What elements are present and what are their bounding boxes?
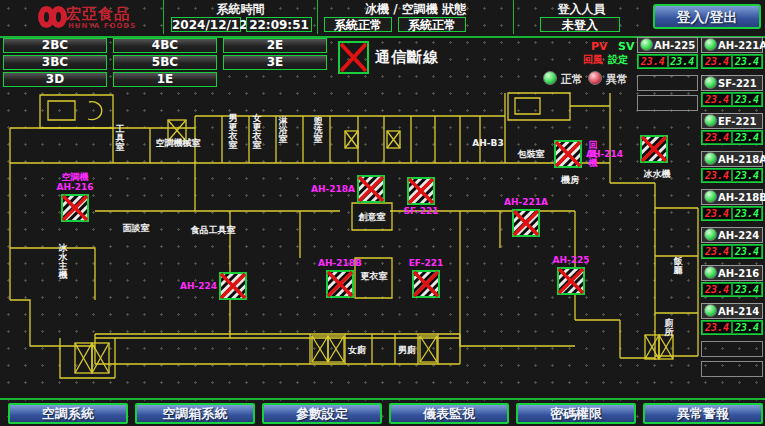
login-logout-button[interactable]: 登入/登出	[653, 4, 761, 29]
equipment-name-label: AH-218A	[718, 154, 765, 165]
equipment-values: 23.423.4	[701, 244, 763, 259]
shaft-x-icon	[328, 336, 344, 362]
floor-button-3d[interactable]: 3D	[3, 72, 107, 87]
floor-button-1e[interactable]: 1E	[113, 72, 217, 87]
equipment-item-ah-218a[interactable]: AH-218A	[701, 151, 763, 167]
device-tag-label: EF-221	[409, 258, 444, 268]
status-lamp-icon	[704, 228, 717, 241]
equipment-item-ah-225[interactable]: AH-225	[637, 37, 698, 53]
menu-button-2[interactable]: 空調箱系統	[135, 403, 255, 424]
bottom-menu-bar: 空調系統空調箱系統參數設定儀表監視密碼權限異常警報	[0, 398, 765, 426]
hmi-screen: 宏亞食品 HUNYA FOODS 系統時間 2024/12/12 22:09:5…	[0, 0, 765, 426]
equipment-name-label: AH-216	[718, 268, 759, 279]
equipment-item-ah-224[interactable]: AH-224	[701, 227, 763, 243]
device-sf-221[interactable]: SF-221	[404, 178, 439, 216]
wall-line	[10, 248, 95, 300]
device-ah-216[interactable]: 空調機AH-216	[56, 172, 93, 221]
abnormal-lamp-icon	[588, 71, 602, 85]
equipment-values: 23.423.4	[701, 168, 763, 183]
pv-value: 23.4	[702, 169, 732, 182]
room-label: 女廁	[347, 345, 366, 355]
equipment-name-label: AH-218B	[718, 192, 765, 203]
system-date-value: 2024/12/12	[171, 17, 241, 32]
floor-button-2bc[interactable]: 2BC	[3, 38, 107, 53]
equipment-item-ef-221[interactable]: EF-221	[701, 113, 763, 129]
menu-button-4[interactable]: 儀表監視	[389, 403, 509, 424]
shaft-x-icon	[312, 336, 328, 362]
menu-button-1[interactable]: 空調系統	[8, 403, 128, 424]
equipment-item-ah-221a[interactable]: AH-221A	[701, 37, 763, 53]
room-label: AH-B3	[472, 138, 503, 148]
device-ah-225[interactable]: AH-225	[552, 255, 589, 294]
machine-status-section: 冰機 / 空調機 狀態 系統正常 系統正常	[317, 0, 513, 34]
empty-equipment-slot	[701, 341, 763, 357]
device-tag-label: AH-218A	[311, 184, 355, 194]
sv-row-label: 設定	[608, 53, 628, 67]
wall-line	[10, 128, 195, 300]
legend-abnormal: 異常	[588, 71, 628, 87]
pv-value: 23.4	[638, 55, 668, 68]
equipment-name-label: AH-214	[718, 306, 759, 317]
legend-abnormal-label: 異常	[606, 73, 628, 86]
menu-button-6[interactable]: 異常警報	[643, 403, 763, 424]
floor-button-4bc[interactable]: 4BC	[113, 38, 217, 53]
comm-alarm: 通信斷線	[337, 40, 537, 76]
equipment-name-label: SF-221	[718, 78, 757, 89]
pv-value: 23.4	[702, 55, 732, 68]
status-lamp-icon	[704, 38, 717, 51]
wall-line	[48, 101, 75, 120]
equipment-values: 23.423.4	[701, 206, 763, 221]
shaft-x-icon	[645, 335, 659, 359]
equipment-values: 23.423.4	[701, 92, 763, 107]
logo-ring-icon	[50, 6, 67, 28]
shaft-x-icon	[420, 336, 437, 362]
floor-button-2e[interactable]: 2E	[223, 38, 327, 53]
top-bar: 宏亞食品 HUNYA FOODS 系統時間 2024/12/12 22:09:5…	[0, 0, 765, 38]
device-tag-label: AH-225	[552, 255, 589, 265]
status-lamp-icon	[704, 190, 717, 203]
room-label: 飯廳	[673, 256, 684, 275]
equipment-values: 23.423.4	[701, 54, 763, 69]
wall-line	[195, 93, 610, 211]
room-label: 男廁	[397, 345, 416, 355]
room-label: 機房	[560, 175, 580, 185]
ahu-status-value: 系統正常	[398, 17, 466, 32]
status-lamp-icon	[704, 152, 717, 165]
device-tag-label: AH-218B	[318, 258, 362, 268]
equipment-item-sf-221[interactable]: SF-221	[701, 75, 763, 91]
floor-button-3bc[interactable]: 3BC	[3, 55, 107, 70]
pv-value: 23.4	[702, 131, 732, 144]
comm-loss-icon	[337, 40, 371, 76]
equipment-item-ah-216[interactable]: AH-216	[701, 265, 763, 281]
menu-button-5[interactable]: 密碼權限	[516, 403, 636, 424]
sv-value: 23.4	[732, 131, 762, 144]
equipment-item-ah-214[interactable]: AH-214	[701, 303, 763, 319]
status-lamp-icon	[704, 114, 717, 127]
device-tag-label: SF-221	[404, 206, 439, 216]
room-label: 面談室	[123, 223, 150, 233]
device-ah-218a[interactable]: AH-218A	[311, 176, 384, 202]
sv-value: 23.4	[732, 93, 762, 106]
login-user-value: 未登入	[540, 17, 620, 32]
equipment-name-label: EF-221	[718, 116, 756, 127]
equipment-name-label: AH-225	[654, 40, 695, 51]
device-ah-224[interactable]: AH-224	[180, 273, 246, 299]
login-label: 登入人員	[514, 1, 649, 18]
pv-value: 23.4	[702, 207, 732, 220]
device-tag-label: AH-224	[180, 281, 217, 291]
device-ah-221a[interactable]: AH-221A	[504, 197, 548, 236]
status-lamp-icon	[704, 266, 717, 279]
status-lamp-icon	[640, 38, 653, 51]
wall-line	[88, 102, 102, 120]
equipment-values: 23.423.4	[637, 54, 698, 69]
equipment-values: 23.423.4	[701, 130, 763, 145]
device-ef-221[interactable]: EF-221	[409, 258, 444, 297]
equipment-item-ah-218b[interactable]: AH-218B	[701, 189, 763, 205]
floor-button-5bc[interactable]: 5BC	[113, 55, 217, 70]
room-label: 空調機械室	[156, 138, 201, 148]
status-lamp-icon	[704, 304, 717, 317]
floor-button-3e[interactable]: 3E	[223, 55, 327, 70]
legend-normal: 正常	[543, 71, 583, 87]
menu-button-3[interactable]: 參數設定	[262, 403, 382, 424]
equipment-values: 23.423.4	[701, 282, 763, 297]
